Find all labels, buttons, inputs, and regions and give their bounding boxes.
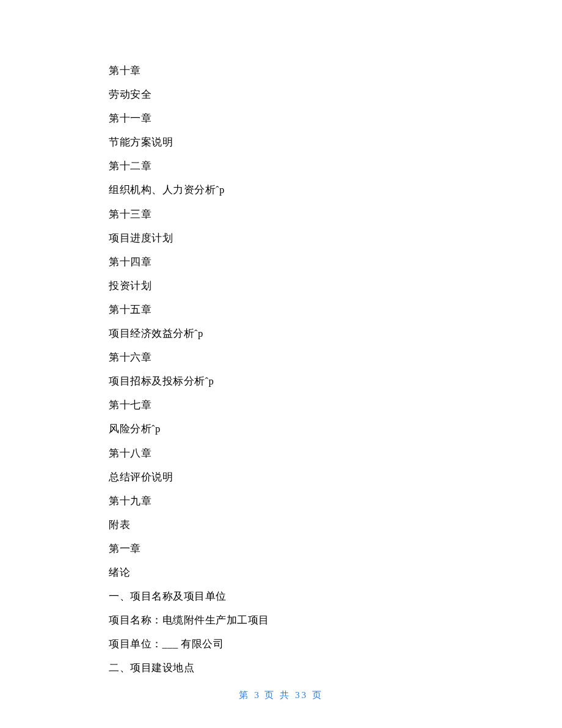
- text-line: 劳动安全: [109, 90, 475, 100]
- text-line: 第十五章: [109, 305, 475, 315]
- text-line: 第十六章: [109, 353, 475, 363]
- text-line: 第十一章: [109, 114, 475, 124]
- text-line: 风险分析ˆp: [109, 424, 475, 435]
- text-line: 第十二章: [109, 161, 475, 172]
- text-line: 第十章: [109, 66, 475, 76]
- text-line: 总结评价说明: [109, 472, 475, 483]
- text-line: 第十七章: [109, 400, 475, 411]
- text-line: 附表: [109, 520, 475, 531]
- text-line: 第十三章: [109, 210, 475, 220]
- text-line: 第一章: [109, 544, 475, 554]
- text-line: 项目进度计划: [109, 233, 475, 244]
- text-line: 组织机构、人力资分析ˆp: [109, 185, 475, 196]
- text-line: 投资计划: [109, 281, 475, 292]
- text-line: 项目名称：电缆附件生产加工项目: [109, 616, 475, 626]
- page-footer: 第 3 页 共 33 页: [0, 689, 562, 701]
- text-line: 第十九章: [109, 496, 475, 507]
- text-line: 项目招标及投标分析ˆp: [109, 377, 475, 387]
- text-line: 项目经济效益分析ˆp: [109, 329, 475, 339]
- text-line: 第十四章: [109, 257, 475, 268]
- document-body: 第十章 劳动安全 第十一章 节能方案说明 第十二章 组织机构、人力资分析ˆp 第…: [109, 66, 475, 687]
- text-line: 一、项目名称及项目单位: [109, 592, 475, 602]
- text-line: 绪论: [109, 568, 475, 578]
- text-line: 节能方案说明: [109, 138, 475, 148]
- text-line: 二、项目建设地点: [109, 663, 475, 674]
- text-line: 第十八章: [109, 449, 475, 459]
- text-line: 项目单位：___ 有限公司: [109, 639, 475, 650]
